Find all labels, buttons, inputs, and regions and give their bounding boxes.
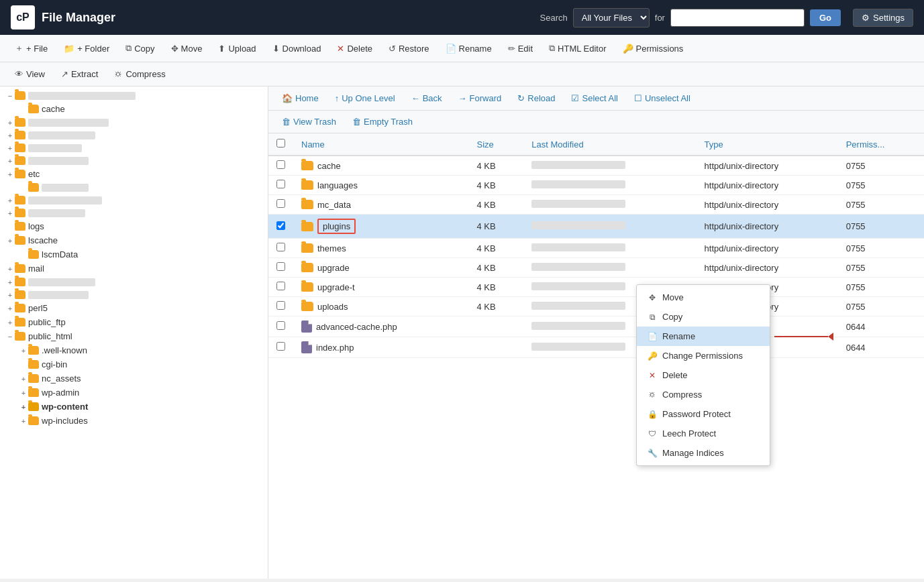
back-button[interactable]: ← Back bbox=[405, 91, 449, 106]
tree-toggle[interactable] bbox=[5, 223, 15, 231]
view-button[interactable]: 👁 View bbox=[8, 66, 52, 82]
table-row[interactable]: upgrade4 KB httpd/unix-directory0755 bbox=[268, 258, 924, 278]
up-one-level-button[interactable]: ↑ Up One Level bbox=[328, 91, 402, 106]
tree-toggle[interactable]: + bbox=[19, 375, 28, 383]
th-size[interactable]: Size bbox=[468, 133, 523, 156]
tree-item-wp-includes[interactable]: + wp-includes bbox=[0, 414, 268, 428]
list-item[interactable]: + bbox=[0, 194, 268, 207]
list-item[interactable]: + bbox=[0, 207, 268, 219]
row-checkbox[interactable] bbox=[276, 262, 285, 271]
th-type[interactable]: Type bbox=[697, 133, 838, 156]
row-checkbox[interactable] bbox=[276, 243, 285, 251]
list-item[interactable] bbox=[0, 181, 268, 194]
context-copy[interactable]: ⧉ Copy bbox=[637, 307, 770, 327]
search-input[interactable] bbox=[670, 9, 805, 27]
permissions-button[interactable]: 🔑 Permissions bbox=[616, 40, 690, 57]
list-item[interactable]: + bbox=[0, 288, 268, 301]
list-item[interactable]: + bbox=[0, 116, 268, 129]
go-button[interactable]: Go bbox=[810, 9, 841, 26]
row-checkbox[interactable] bbox=[276, 160, 285, 169]
tree-item-logs[interactable]: logs bbox=[0, 219, 268, 233]
row-checkbox[interactable] bbox=[276, 301, 285, 310]
tree-item-cgi-bin[interactable]: cgi-bin bbox=[0, 357, 268, 371]
row-checkbox[interactable] bbox=[276, 321, 285, 330]
table-row[interactable]: upgrade-t4 KB httpd/unix-directory0755 bbox=[268, 278, 924, 297]
context-manage-indices[interactable]: 🔧 Manage Indices bbox=[637, 443, 770, 463]
tree-item-perl5[interactable]: + perl5 bbox=[0, 301, 268, 315]
tree-toggle[interactable]: + bbox=[5, 196, 15, 205]
tree-toggle[interactable] bbox=[19, 184, 28, 192]
select-all-checkbox[interactable] bbox=[276, 139, 285, 148]
tree-item-cache[interactable]: cache bbox=[0, 102, 268, 116]
row-checkbox[interactable] bbox=[276, 180, 285, 188]
tree-toggle[interactable]: + bbox=[5, 318, 15, 327]
select-all-button[interactable]: ☑ Select All bbox=[564, 91, 624, 106]
file-button[interactable]: ＋ + File bbox=[8, 39, 54, 58]
tree-toggle[interactable]: + bbox=[5, 291, 15, 299]
tree-item-wp-content[interactable]: + wp-content bbox=[0, 400, 268, 414]
tree-toggle[interactable]: + bbox=[5, 304, 15, 312]
tree-toggle[interactable] bbox=[19, 361, 28, 369]
tree-item-mail[interactable]: + mail bbox=[0, 261, 268, 276]
extract-button[interactable]: ↗ Extract bbox=[54, 66, 105, 82]
context-change-permissions[interactable]: 🔑 Change Permissions bbox=[637, 346, 770, 365]
th-permissions[interactable]: Permiss... bbox=[838, 133, 924, 156]
tree-toggle[interactable]: + bbox=[19, 403, 28, 411]
view-trash-button[interactable]: 🗑 View Trash bbox=[275, 114, 343, 129]
tree-toggle[interactable]: + bbox=[5, 119, 15, 127]
tree-item-etc[interactable]: + etc bbox=[0, 167, 268, 181]
restore-button[interactable]: ↺ Restore bbox=[382, 40, 436, 57]
folder-button[interactable]: 📁 + Folder bbox=[57, 40, 116, 57]
table-row[interactable]: cache4 KB httpd/unix-directory0755 bbox=[268, 156, 924, 176]
context-rename[interactable]: 📄 Rename bbox=[637, 327, 770, 346]
tree-item-root[interactable]: − bbox=[0, 89, 268, 102]
tree-toggle[interactable]: + bbox=[19, 417, 28, 425]
table-row[interactable]: mc_data4 KB httpd/unix-directory0755 bbox=[268, 195, 924, 215]
table-row[interactable]: languages4 KB httpd/unix-directory0755 bbox=[268, 176, 924, 195]
context-move[interactable]: ✥ Move bbox=[637, 288, 770, 307]
forward-button[interactable]: → Forward bbox=[452, 91, 509, 106]
context-leech-protect[interactable]: 🛡 Leech Protect bbox=[637, 424, 770, 443]
th-name[interactable]: Name bbox=[293, 133, 468, 156]
empty-trash-button[interactable]: 🗑 Empty Trash bbox=[346, 114, 419, 129]
tree-item-nc-assets[interactable]: + nc_assets bbox=[0, 371, 268, 386]
settings-button[interactable]: ⚙ Settings bbox=[853, 9, 913, 27]
list-item[interactable]: + bbox=[0, 276, 268, 288]
context-delete[interactable]: ✕ Delete bbox=[637, 365, 770, 385]
upload-button[interactable]: ⬆ Upload bbox=[211, 40, 262, 57]
download-button[interactable]: ⬇ Download bbox=[266, 40, 328, 57]
tree-toggle[interactable]: + bbox=[5, 157, 15, 165]
edit-button[interactable]: ✏ Edit bbox=[501, 40, 540, 57]
tree-item-well-known[interactable]: + .well-known bbox=[0, 343, 268, 357]
context-password-protect[interactable]: 🔒 Password Protect bbox=[637, 404, 770, 424]
tree-toggle[interactable]: + bbox=[5, 278, 15, 286]
context-compress[interactable]: ⛭ Compress bbox=[637, 385, 770, 404]
move-button[interactable]: ✥ Move bbox=[164, 40, 209, 57]
html-editor-button[interactable]: ⧉ HTML Editor bbox=[542, 40, 613, 57]
th-last-modified[interactable]: Last Modified bbox=[523, 133, 696, 156]
rename-button[interactable]: 📄 Rename bbox=[439, 40, 499, 57]
tree-toggle[interactable]: + bbox=[5, 237, 15, 245]
tree-toggle[interactable]: + bbox=[5, 209, 15, 217]
reload-button[interactable]: ↻ Reload bbox=[511, 91, 562, 106]
row-checkbox[interactable] bbox=[276, 342, 285, 351]
list-item[interactable]: + bbox=[0, 154, 268, 167]
tree-item-wp-admin[interactable]: + wp-admin bbox=[0, 386, 268, 400]
row-checkbox[interactable] bbox=[276, 282, 285, 290]
tree-item-lscmdata[interactable]: lscmData bbox=[0, 247, 268, 261]
tree-toggle[interactable]: + bbox=[5, 265, 15, 273]
tree-toggle[interactable]: + bbox=[19, 347, 28, 355]
row-checkbox[interactable] bbox=[276, 199, 285, 208]
compress-button[interactable]: ⛭ Compress bbox=[107, 66, 172, 82]
home-nav-button[interactable]: 🏠 Home bbox=[275, 91, 325, 106]
tree-toggle[interactable]: − bbox=[5, 92, 15, 100]
table-row[interactable]: uploads4 KB httpd/unix-directory0755 bbox=[268, 297, 924, 316]
tree-toggle[interactable]: + bbox=[5, 170, 15, 178]
tree-toggle[interactable] bbox=[19, 105, 28, 113]
list-item[interactable]: + bbox=[0, 129, 268, 141]
tree-toggle[interactable]: + bbox=[5, 144, 15, 152]
tree-toggle[interactable] bbox=[19, 251, 28, 259]
table-row[interactable]: themes4 KB httpd/unix-directory0755 bbox=[268, 239, 924, 258]
copy-button[interactable]: ⧉ Copy bbox=[119, 40, 161, 57]
tree-toggle[interactable]: + bbox=[19, 389, 28, 397]
